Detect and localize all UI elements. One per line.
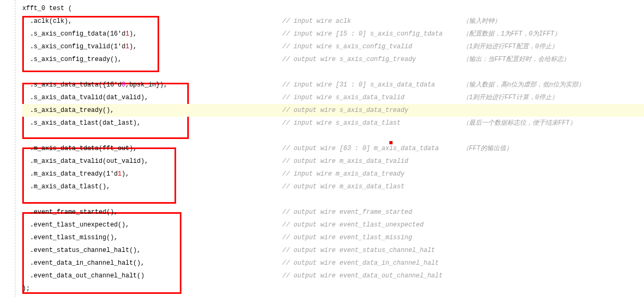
code-line xyxy=(22,129,644,142)
code-line: .s_axis_data_tlast(dat_last),// input wi… xyxy=(22,117,644,129)
port-comment: // input wire s_axis_data_tlast xyxy=(282,117,463,129)
code-line: .event_tlast_missing(),// output wire ev… xyxy=(22,231,644,244)
port-connection: .event_tlast_missing(), xyxy=(22,231,282,244)
port-comment: // output wire m_axis_data_tlast xyxy=(282,180,463,193)
port-comment: // output wire m_axis_data_tvalid xyxy=(282,155,463,168)
port-comment: // input wire aclk xyxy=(282,15,463,28)
port-connection: .event_data_in_channel_halt(), xyxy=(22,257,282,269)
port-connection: .event_status_channel_halt(), xyxy=(22,244,282,257)
port-comment: // output wire event_data_in_channel_hal… xyxy=(282,257,463,269)
code-line: .m_axis_data_tready(1'd1),// input wire … xyxy=(22,168,644,180)
port-connection: .event_data_out_channel_halt() xyxy=(22,269,282,282)
code-line: .s_axis_data_tdata({16'd0,bpsk_in}),// i… xyxy=(22,79,644,91)
port-comment: // output wire event_tlast_missing xyxy=(282,231,463,244)
port-connection: .m_axis_data_tdata(fft_out), xyxy=(22,142,282,155)
port-comment: // input wire s_axis_data_tvalid xyxy=(282,91,463,104)
port-connection: .s_axis_config_tdata(16'd1), xyxy=(22,28,282,40)
port-connection: .s_axis_config_tvalid(1'd1), xyxy=(22,40,282,53)
port-comment: // output wire [63 : 0] m_axis_data_tdat… xyxy=(282,142,463,155)
code-line: .m_axis_data_tlast(),// output wire m_ax… xyxy=(22,180,644,193)
port-comment: // input wire m_axis_data_tready xyxy=(282,168,463,180)
port-connection: .aclk(clk), xyxy=(22,15,282,28)
port-note: （输入数据，高n位为虚部，低n位为实部） xyxy=(463,81,585,89)
port-comment: // output wire event_status_channel_halt xyxy=(282,244,463,257)
port-connection: .event_frame_started(), xyxy=(22,206,282,219)
code-editor: xfft_0 test ( .aclk(clk),// input wire a… xyxy=(0,0,644,297)
code-line: .m_axis_data_tdata(fft_out),// output wi… xyxy=(22,142,644,155)
port-comment: // input wire [31 : 0] s_axis_data_tdata xyxy=(282,79,463,91)
port-comment: // output wire s_axis_config_tready xyxy=(282,53,463,66)
code-line: ); xyxy=(22,282,644,295)
port-connection: .m_axis_data_tvalid(out_valid), xyxy=(22,155,282,168)
code-line: .s_axis_config_tdata(16'd1),// input wir… xyxy=(22,28,644,40)
code-line: .s_axis_data_tvalid(dat_valid),// input … xyxy=(22,91,644,104)
code-line: .s_axis_config_tready(),// output wire s… xyxy=(22,53,644,66)
code-line: .event_data_in_channel_halt(),// output … xyxy=(22,257,644,269)
port-note: （配置数据，1为FFT，0为IFFT） xyxy=(463,30,561,38)
code-line: .event_tlast_unexpected(),// output wire… xyxy=(22,219,644,231)
port-connection: .event_tlast_unexpected(), xyxy=(22,219,282,231)
port-connection: .s_axis_data_tlast(dat_last), xyxy=(22,117,282,129)
port-comment: // output wire s_axis_data_tready xyxy=(282,104,463,117)
code-line: .m_axis_data_tvalid(out_valid),// output… xyxy=(22,155,644,168)
port-note: （FFT的输出值） xyxy=(463,145,512,152)
code-line: .event_data_out_channel_halt()// output … xyxy=(22,269,644,282)
port-connection: .s_axis_data_tdata({16'd0,bpsk_in}), xyxy=(22,79,282,91)
gutter xyxy=(0,0,15,297)
code-line: .s_axis_data_tready(),// output wire s_a… xyxy=(22,104,644,117)
port-note: （输入时钟） xyxy=(463,18,501,25)
code-line: .aclk(clk),// input wire aclk（输入时钟） xyxy=(22,15,644,28)
code-lines: xfft_0 test ( .aclk(clk),// input wire a… xyxy=(22,2,644,295)
port-comment: // input wire s_axis_config_tvalid xyxy=(282,40,463,53)
port-connection: .m_axis_data_tready(1'd1), xyxy=(22,168,282,180)
port-comment: // output wire event_tlast_unexpected xyxy=(282,219,463,231)
code-line: .event_status_channel_halt(),// output w… xyxy=(22,244,644,257)
port-comment: // input wire [15 : 0] s_axis_config_tda… xyxy=(282,28,463,40)
code-line: xfft_0 test ( xyxy=(22,2,644,15)
port-comment: // output wire event_data_out_channel_ha… xyxy=(282,269,463,282)
code-line xyxy=(22,66,644,79)
port-note: （输出：当FFT配置好时，会给标志） xyxy=(463,56,570,63)
code-line: .event_frame_started(),// output wire ev… xyxy=(22,206,644,219)
port-comment: // output wire event_frame_started xyxy=(282,206,463,219)
cursor-mark xyxy=(389,141,393,144)
port-connection: .s_axis_data_tready(), xyxy=(22,104,282,117)
code-line xyxy=(22,193,644,206)
port-note: （最后一个数据标志位，便于结束FFT） xyxy=(463,119,576,127)
port-note: （1则开始进行FFT计算，0停止） xyxy=(463,94,558,101)
port-note: （1则开始进行FFT配置，0停止） xyxy=(463,43,558,50)
code-line: .s_axis_config_tvalid(1'd1),// input wir… xyxy=(22,40,644,53)
port-connection: .s_axis_config_tready(), xyxy=(22,53,282,66)
port-connection: .s_axis_data_tvalid(dat_valid), xyxy=(22,91,282,104)
port-connection: .m_axis_data_tlast(), xyxy=(22,180,282,193)
